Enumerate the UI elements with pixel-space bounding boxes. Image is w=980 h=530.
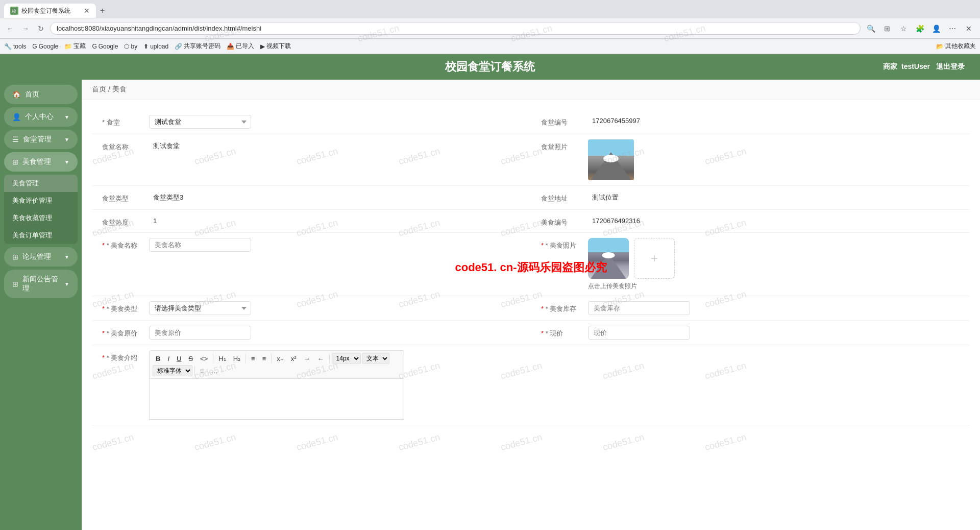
star-icon[interactable]: ☆ bbox=[896, 21, 911, 36]
food-original-price-label: * * 美食原价 bbox=[102, 326, 143, 338]
bookmark-share-account[interactable]: 🔗 共享账号密码 bbox=[175, 42, 220, 51]
sidebar: 🏠 首页 👤 个人中心 ▼ ☰ 食堂管理 ▼ ⊞ 美食管理 ▼ 美食管理 bbox=[0, 80, 82, 530]
bookmark-google2[interactable]: G Google bbox=[92, 43, 118, 50]
others-folder-icon: 📂 bbox=[936, 43, 944, 50]
by-icon: ⬡ bbox=[124, 43, 129, 50]
font-family-select[interactable]: 标准字体 bbox=[153, 365, 192, 376]
editor-divider-1 bbox=[213, 354, 213, 363]
editor-divider-3 bbox=[271, 354, 272, 363]
sidebar-news-label: 新闻公告管理 bbox=[22, 275, 60, 293]
logout-button[interactable]: 退出登录 bbox=[936, 62, 965, 71]
close-icon[interactable]: ✕ bbox=[962, 21, 976, 36]
editor-align-btn[interactable]: ≡ bbox=[197, 366, 207, 376]
forward-button[interactable]: → bbox=[19, 22, 32, 35]
canteen-photo-img bbox=[588, 139, 634, 180]
sidebar-sub-item-food-orders[interactable]: 美食订单管理 bbox=[4, 227, 78, 244]
editor-h1-btn[interactable]: H₁ bbox=[215, 353, 229, 364]
editor-sup-btn[interactable]: x² bbox=[288, 353, 300, 364]
canteen-type-value: 食堂类型3 bbox=[149, 191, 521, 204]
editor-underline-btn[interactable]: U bbox=[174, 353, 184, 364]
food-no-row: 美食编号 1720676492316 bbox=[531, 210, 970, 233]
food-no-label: 美食编号 bbox=[541, 215, 582, 227]
sidebar-item-personal[interactable]: 👤 个人中心 ▼ bbox=[4, 107, 78, 127]
editor-indent-btn[interactable]: → bbox=[301, 353, 313, 364]
chevron-down-icon-forum: ▼ bbox=[64, 254, 69, 260]
browser-tab[interactable]: 校 校园食堂订餐系统 ✕ bbox=[4, 4, 96, 18]
search-icon[interactable]: 🔍 bbox=[864, 21, 878, 36]
bookmark-others[interactable]: 📂 其他收藏夹 bbox=[936, 42, 976, 51]
editor-italic-btn[interactable]: I bbox=[164, 353, 173, 364]
editor-bold-btn[interactable]: B bbox=[153, 353, 163, 364]
bookmark-google1[interactable]: G Google bbox=[32, 43, 58, 50]
food-stock-row: * * 美食库存 bbox=[531, 296, 970, 321]
bookmark-imported[interactable]: 📥 已导入 bbox=[227, 42, 254, 51]
food-name-input[interactable] bbox=[149, 238, 251, 252]
food-price-label: * * 现价 bbox=[541, 326, 582, 338]
breadcrumb: 首页 / 美食 bbox=[82, 80, 980, 100]
extension-icon[interactable]: 🧩 bbox=[913, 21, 927, 36]
sidebar-item-canteen[interactable]: ☰ 食堂管理 ▼ bbox=[4, 130, 78, 149]
url-bar[interactable]: localhost:8080/xiaoyuanshitangdingcan/ad… bbox=[50, 22, 861, 35]
editor-outdent-btn[interactable]: ← bbox=[314, 353, 327, 364]
sidebar-sub-item-food-mgmt[interactable]: 美食管理 bbox=[4, 175, 78, 192]
breadcrumb-home[interactable]: 首页 bbox=[92, 85, 106, 94]
bookmarks-bar: 🔧 tools G Google 📁 宝藏 G Google ⬡ by ⬆ up… bbox=[0, 39, 980, 54]
food-name-row: * * 美食名称 bbox=[92, 233, 531, 296]
sidebar-sub-item-food-review[interactable]: 美食评价管理 bbox=[4, 192, 78, 209]
upload-hint: 点击上传美食照片 bbox=[588, 282, 637, 291]
bookmark-tools[interactable]: 🔧 tools bbox=[4, 43, 26, 50]
editor-code-btn[interactable]: <> bbox=[197, 353, 211, 364]
editor-divider-4 bbox=[329, 354, 330, 363]
sidebar-food-submenu: 美食管理 美食评价管理 美食收藏管理 美食订单管理 bbox=[4, 175, 78, 244]
refresh-button[interactable]: ↻ bbox=[35, 22, 47, 35]
food-price-input[interactable] bbox=[588, 326, 690, 340]
editor-sub-btn[interactable]: x₊ bbox=[274, 353, 287, 364]
editor-strikethrough-btn[interactable]: S bbox=[185, 353, 196, 364]
canteen-photo-area bbox=[588, 139, 634, 180]
canteen-name-row: 食堂名称 测试食堂 bbox=[92, 134, 531, 186]
editor-ul-btn[interactable]: ≡ bbox=[248, 353, 258, 364]
editor-more-btn[interactable]: … bbox=[208, 366, 221, 376]
back-button[interactable]: ← bbox=[4, 22, 16, 35]
food-icon: ⊞ bbox=[12, 158, 18, 166]
canteen-select[interactable]: 测试食堂 bbox=[149, 115, 251, 129]
canteen-hot-row: 食堂热度 1 bbox=[92, 210, 531, 233]
tab-title: 校园食堂订餐系统 bbox=[21, 7, 70, 15]
svg-text:校: 校 bbox=[11, 9, 16, 14]
merchant-label: 商家 testUser bbox=[883, 62, 930, 71]
add-photo-button[interactable]: + bbox=[634, 238, 675, 279]
tab-favicon: 校 bbox=[10, 7, 18, 15]
sidebar-canteen-label: 食堂管理 bbox=[23, 135, 52, 144]
sidebar-item-news[interactable]: ⊞ 新闻公告管理 ▼ bbox=[4, 270, 78, 298]
sidebar-home-label: 首页 bbox=[25, 90, 39, 99]
canteen-no-value: 1720676455997 bbox=[588, 115, 960, 127]
profile-icon[interactable]: 👤 bbox=[929, 21, 943, 36]
reader-icon[interactable]: ⊞ bbox=[880, 21, 894, 36]
bookmark-by[interactable]: ⬡ by bbox=[124, 43, 137, 50]
food-stock-input[interactable] bbox=[588, 301, 690, 315]
food-type-row: * * 美食类型 请选择美食类型 bbox=[92, 296, 531, 321]
bookmark-baocang[interactable]: 📁 宝藏 bbox=[64, 42, 86, 51]
editor-h2-btn[interactable]: H₂ bbox=[230, 353, 243, 364]
bookmark-upload[interactable]: ⬆ upload bbox=[143, 43, 168, 50]
format-select[interactable]: 文本 bbox=[362, 353, 389, 364]
editor-content[interactable] bbox=[149, 379, 404, 420]
food-type-select[interactable]: 请选择美食类型 bbox=[149, 301, 251, 315]
forum-icon: ⊞ bbox=[12, 253, 18, 261]
sidebar-sub-item-food-favorites[interactable]: 美食收藏管理 bbox=[4, 209, 78, 227]
sidebar-item-food[interactable]: ⊞ 美食管理 ▼ bbox=[4, 152, 78, 172]
tab-close-icon[interactable]: ✕ bbox=[84, 7, 90, 15]
font-size-select[interactable]: 14px bbox=[332, 353, 361, 364]
bookmark-video-download[interactable]: ▶ 视频下载 bbox=[260, 42, 291, 51]
sidebar-item-forum[interactable]: ⊞ 论坛管理 ▼ bbox=[4, 247, 78, 267]
editor-ol-btn[interactable]: ≡ bbox=[259, 353, 270, 364]
menu-icon[interactable]: ⋯ bbox=[945, 21, 960, 36]
main-content: 首页 / 美食 * 食堂 测试食堂 bbox=[82, 80, 980, 530]
sidebar-personal-label: 个人中心 bbox=[25, 112, 54, 122]
new-tab-button[interactable]: + bbox=[96, 6, 109, 15]
canteen-addr-row: 食堂地址 测试位置 bbox=[531, 186, 970, 210]
canteen-hot-label: 食堂热度 bbox=[102, 215, 143, 227]
food-original-price-input[interactable] bbox=[149, 326, 251, 340]
person-icon: 👤 bbox=[12, 113, 21, 121]
sidebar-item-home[interactable]: 🏠 首页 bbox=[4, 85, 78, 104]
